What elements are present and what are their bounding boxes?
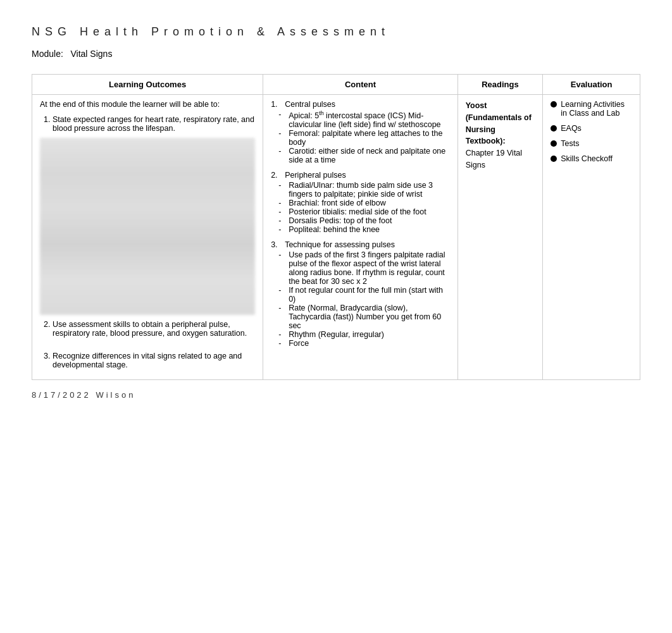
section-title: Technique for assessing pulses [285,240,395,249]
dash: - [278,110,285,129]
readings-cell: Yoost (Fundamentals of Nursing Textbook)… [457,95,543,380]
blurred-table-image [40,138,255,315]
content-section-1: 1. Central pulses - Apical: 5th intercos… [271,100,450,164]
dash: - [278,286,285,304]
bullet-text: Rate (Normal, Bradycardia (slow), Tachyc… [289,304,450,330]
eval-item-label: Skills Checkoff [561,154,613,163]
module-value: Vital Signs [70,49,112,59]
col-header-readings: Readings [457,75,543,95]
bullet-text: Apical: 5th intercostal space (ICS) Mid-… [289,110,450,129]
bullet-text: Posterior tibialis: medial side of the f… [289,207,426,216]
eval-item-label: Learning Activities in Class and Lab [561,100,632,118]
list-item: Skills Checkoff [551,154,632,163]
module-line: Module: Vital Signs [32,49,640,59]
bullet-text: Dorsalis Pedis: top of the foot [289,216,392,225]
evaluation-cell: Learning Activities in Class and Lab EAQ… [543,95,640,380]
content-cell: 1. Central pulses - Apical: 5th intercos… [263,95,458,380]
dash: - [278,330,285,339]
readings-chapter: Chapter 19 Vital Signs [466,149,522,169]
list-item: Learning Activities in Class and Lab [551,100,632,118]
outcomes-list-3: Recognize differences in vital signs rel… [40,352,255,369]
bullet-dot-icon [551,125,557,132]
bullet-dot-icon [551,101,557,108]
readings-content: Yoost (Fundamentals of Nursing Textbook)… [466,100,535,171]
bullet-text: Brachial: front side of elbow [289,199,386,207]
eval-item-label: EAQs [561,124,582,133]
section-title: Central pulses [285,100,335,109]
dash: - [278,147,285,164]
list-item: EAQs [551,124,632,133]
bullet-dot-icon [551,140,557,147]
outcomes-cell: At the end of this module the learner wi… [32,95,263,380]
section-number: 1. [271,100,281,109]
bullet-text: Femoral: palpitate where leg attaches to… [289,129,450,147]
eval-item-label: Tests [561,139,579,148]
module-label: Module: [32,49,63,59]
list-item: Tests [551,139,632,148]
bullet-text: Rhythm (Regular, irregular) [289,330,384,339]
content-section-2: 2. Peripheral pulses - Radial/Ulnar: thu… [271,171,450,234]
bullet-text: Popliteal: behind the knee [289,225,380,234]
section-title: Peripheral pulses [285,171,346,180]
outcomes-list: State expected ranges for heart rate, re… [40,115,255,133]
col-header-evaluation: Evaluation [543,75,640,95]
outcomes-list-continued: Use assessment skills to obtain a periph… [40,320,255,338]
dash: - [278,250,285,286]
bullet-dot-icon [551,156,557,162]
bullet-text: Use pads of the first 3 fingers palpitat… [289,250,450,286]
col-header-outcomes: Learning Outcomes [32,75,263,95]
page-title: NSG Health Promotion & Assessment [32,25,640,39]
list-item: Recognize differences in vital signs rel… [53,352,255,369]
dash: - [278,199,285,207]
dash: - [278,304,285,330]
list-item: State expected ranges for heart rate, re… [53,115,255,133]
dash: - [278,225,285,234]
bullet-text: If not regular count for the full min (s… [289,286,450,304]
dash: - [278,129,285,147]
footer-date: 8/17/2022 Wilson [32,390,640,400]
col-header-content: Content [263,75,458,95]
main-table: Learning Outcomes Content Readings Evalu… [32,74,640,380]
section-number: 3. [271,240,281,249]
bullet-text: Radial/Ulnar: thumb side palm side use 3… [289,181,450,199]
list-item: Use assessment skills to obtain a periph… [53,320,255,338]
dash: - [278,216,285,225]
section-number: 2. [271,171,281,180]
dash: - [278,339,285,348]
dash: - [278,207,285,216]
content-section-3: 3. Technique for assessing pulses - Use … [271,240,450,348]
bullet-text: Force [289,339,309,348]
readings-author: Yoost (Fundamentals of Nursing Textbook)… [466,101,532,145]
outcomes-intro: At the end of this module the learner wi… [40,100,255,109]
bullet-text: Carotid: either side of neck and palpita… [289,147,450,164]
evaluation-list: Learning Activities in Class and Lab EAQ… [551,100,632,163]
dash: - [278,181,285,199]
